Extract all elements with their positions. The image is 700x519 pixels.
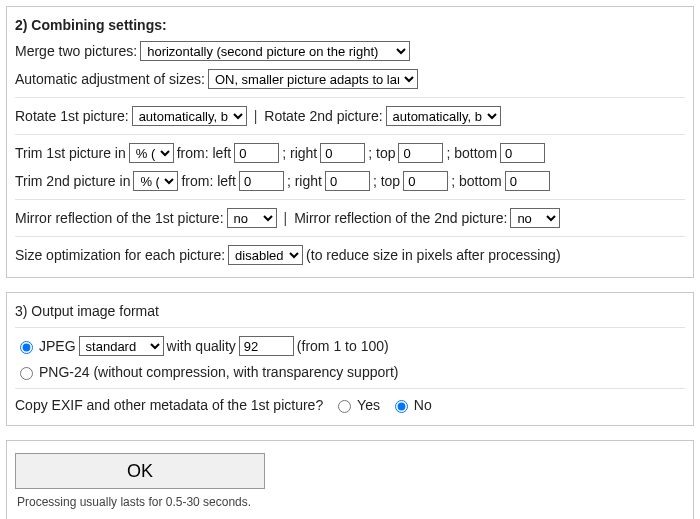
exif-no-option[interactable]: No — [390, 397, 432, 413]
mirror2-label: Mirror reflection of the 2nd picture: — [294, 210, 507, 226]
trim1-left-input[interactable] — [234, 143, 279, 163]
exif-no-radio[interactable] — [395, 400, 408, 413]
trim2-top-input[interactable] — [403, 171, 448, 191]
sizeopt-label: Size optimization for each picture: — [15, 247, 225, 263]
trim1-top-label: ; top — [368, 145, 395, 161]
auto-adjust-label: Automatic adjustment of sizes: — [15, 71, 205, 87]
trim2-label: Trim 2nd picture in — [15, 173, 130, 189]
trim2-right-label: ; right — [287, 173, 322, 189]
jpeg-radio[interactable] — [20, 341, 33, 354]
footer-panel: OK Processing usually lasts for 0.5-30 s… — [6, 440, 694, 519]
rotate1-label: Rotate 1st picture: — [15, 108, 129, 124]
exif-yes-radio[interactable] — [338, 400, 351, 413]
sizeopt-select[interactable]: disabled ( — [228, 245, 303, 265]
processing-note: Processing usually lasts for 0.5-30 seco… — [15, 493, 685, 511]
trim2-left-input[interactable] — [239, 171, 284, 191]
quality-range: (from 1 to 100) — [297, 338, 389, 354]
trim1-label: Trim 1st picture in — [15, 145, 126, 161]
trim1-right-input[interactable] — [320, 143, 365, 163]
vertical-divider: | — [254, 108, 258, 124]
jpeg-label: JPEG — [39, 338, 76, 354]
trim2-from-label: from: left — [181, 173, 235, 189]
png-radio[interactable] — [20, 367, 33, 380]
trim2-top-label: ; top — [373, 173, 400, 189]
exif-yes-option[interactable]: Yes — [333, 397, 380, 413]
rotate1-select[interactable]: automatically, b — [132, 106, 247, 126]
rotate2-label: Rotate 2nd picture: — [264, 108, 382, 124]
png-label: PNG-24 (without compression, with transp… — [39, 364, 398, 380]
exif-label: Copy EXIF and other metadata of the 1st … — [15, 397, 323, 413]
output-format-panel: 3) Output image format JPEG standard wit… — [6, 292, 694, 426]
trim1-right-label: ; right — [282, 145, 317, 161]
trim2-bottom-input[interactable] — [505, 171, 550, 191]
rotate2-select[interactable]: automatically, b — [386, 106, 501, 126]
ok-button[interactable]: OK — [15, 453, 265, 489]
png-option[interactable]: PNG-24 (without compression, with transp… — [15, 364, 398, 380]
jpeg-profile-select[interactable]: standard — [79, 336, 164, 356]
exif-yes-label: Yes — [357, 397, 380, 413]
exif-no-label: No — [414, 397, 432, 413]
mirror1-select[interactable]: no — [227, 208, 277, 228]
trim1-unit-select[interactable]: % ( — [129, 143, 174, 163]
mirror2-select[interactable]: no — [510, 208, 560, 228]
mirror1-label: Mirror reflection of the 1st picture: — [15, 210, 224, 226]
jpeg-option[interactable]: JPEG — [15, 338, 76, 354]
merge-select[interactable]: horizontally (second picture on the righ… — [140, 41, 410, 61]
trim1-bottom-input[interactable] — [500, 143, 545, 163]
quality-label: with quality — [167, 338, 236, 354]
quality-input[interactable] — [239, 336, 294, 356]
vertical-divider: | — [284, 210, 288, 226]
section2-title: 2) Combining settings: — [15, 17, 167, 33]
trim2-right-input[interactable] — [325, 171, 370, 191]
sizeopt-note: (to reduce size in pixels after processi… — [306, 247, 560, 263]
trim1-bottom-label: ; bottom — [446, 145, 497, 161]
trim1-from-label: from: left — [177, 145, 231, 161]
combining-settings-panel: 2) Combining settings: Merge two picture… — [6, 6, 694, 278]
merge-label: Merge two pictures: — [15, 43, 137, 59]
trim2-unit-select[interactable]: % ( — [133, 171, 178, 191]
trim2-bottom-label: ; bottom — [451, 173, 502, 189]
auto-adjust-select[interactable]: ON, smaller picture adapts to lar — [208, 69, 418, 89]
trim1-top-input[interactable] — [398, 143, 443, 163]
section3-title: 3) Output image format — [15, 303, 159, 319]
